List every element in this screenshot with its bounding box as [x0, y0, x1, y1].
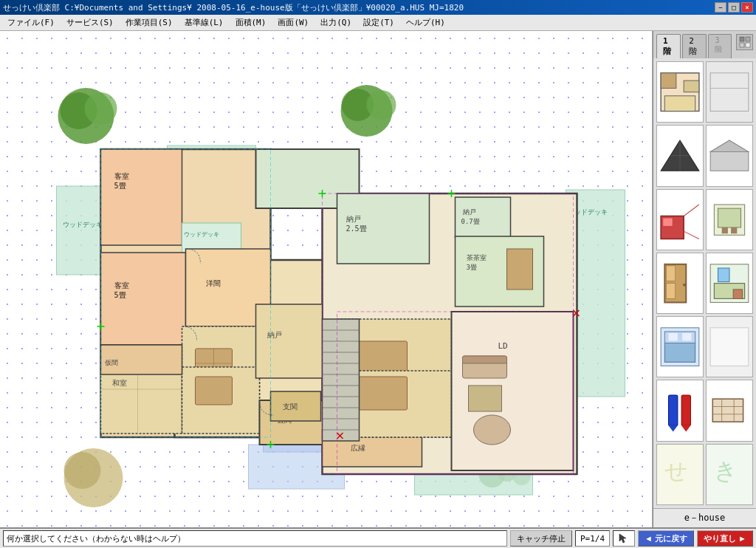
- minimize-button[interactable]: −: [715, 2, 726, 13]
- svg-text:洋間: 洋間: [206, 279, 221, 287]
- svg-rect-119: [710, 152, 749, 171]
- undo-button[interactable]: ◄ 元に戻す: [638, 530, 694, 547]
- svg-rect-145: [681, 395, 690, 425]
- svg-rect-78: [469, 386, 502, 411]
- menu-help[interactable]: ヘルプ(H): [400, 16, 451, 30]
- maximize-button[interactable]: □: [728, 2, 740, 13]
- svg-rect-128: [731, 227, 737, 233]
- svg-rect-67: [507, 249, 533, 290]
- svg-rect-130: [666, 266, 675, 281]
- thumb-misc-2[interactable]: き: [706, 444, 753, 505]
- menu-baseline[interactable]: 基準線(L): [179, 16, 230, 30]
- svg-rect-47: [196, 377, 233, 405]
- svg-text:納戸: 納戸: [346, 215, 361, 223]
- canvas-area[interactable]: ウッドデッキ ウッドデッキ ウッドデッキ ウッドデッキ: [0, 31, 653, 527]
- svg-text:客室: 客室: [114, 281, 129, 290]
- thumb-interior-2[interactable]: [706, 189, 753, 250]
- menu-service[interactable]: サービス(S): [61, 16, 120, 30]
- svg-rect-142: [710, 328, 749, 366]
- right-panel: 1階 2階 3階: [653, 31, 756, 527]
- menu-file[interactable]: ファイル(F): [1, 16, 61, 30]
- thumb-room-view[interactable]: [706, 253, 753, 314]
- svg-text:ウッドデッキ: ウッドデッキ: [184, 231, 219, 238]
- thumb-interior-1[interactable]: [656, 189, 704, 250]
- svg-rect-77: [463, 356, 507, 363]
- thumb-misc-1[interactable]: せ: [656, 444, 704, 505]
- svg-marker-146: [681, 426, 690, 432]
- thumb-roof-light[interactable]: [706, 125, 753, 186]
- ehouse-label: e－house: [653, 508, 756, 527]
- svg-point-79: [474, 415, 511, 445]
- menu-settings[interactable]: 設定(T): [357, 16, 400, 30]
- svg-rect-113: [664, 96, 695, 112]
- svg-rect-73: [360, 377, 408, 410]
- svg-text:0.7畳: 0.7畳: [461, 218, 480, 225]
- titlebar-text: せっけい倶楽部 C:¥Documents and Settings¥ 2008-…: [3, 2, 464, 13]
- svg-rect-138: [664, 343, 695, 363]
- svg-text:客室: 客室: [114, 172, 129, 180]
- svg-text:ウッドデッキ: ウッドデッキ: [63, 221, 103, 228]
- tab-floor-3[interactable]: 3階: [708, 34, 732, 58]
- thumb-tools[interactable]: [656, 380, 704, 441]
- svg-rect-127: [722, 227, 728, 233]
- main-area: ウッドデッキ ウッドデッキ ウッドデッキ ウッドデッキ: [0, 31, 756, 527]
- cursor-svg: [618, 532, 630, 544]
- svg-point-7: [64, 452, 101, 489]
- thumb-bedroom[interactable]: [656, 316, 704, 377]
- svg-point-2: [85, 92, 117, 125]
- thumb-tools-2[interactable]: [706, 380, 753, 441]
- status-message-text: 何か選択してください（わからない時はヘルプ）: [7, 533, 185, 544]
- svg-text:広縁: 広縁: [351, 444, 365, 452]
- menu-output[interactable]: 出力(Q): [315, 16, 357, 30]
- close-button[interactable]: ×: [741, 2, 753, 13]
- thumb-door[interactable]: [656, 253, 704, 314]
- svg-rect-114: [710, 73, 749, 112]
- cancel-capture-button[interactable]: キャッチ停止: [510, 530, 572, 547]
- svg-line-124: [684, 231, 699, 239]
- menu-area[interactable]: 面積(M): [230, 16, 272, 30]
- status-message: 何か選択してください（わからない時はヘルプ）: [3, 530, 507, 547]
- svg-point-5: [367, 90, 396, 120]
- scale-display: P=1/4: [575, 530, 610, 547]
- svg-rect-140: [669, 333, 678, 340]
- svg-line-123: [684, 205, 699, 216]
- svg-rect-143: [669, 395, 678, 425]
- svg-marker-144: [669, 426, 678, 432]
- svg-text:納戸: 納戸: [267, 331, 282, 339]
- thumb-floorplan-1[interactable]: [656, 61, 704, 123]
- svg-rect-141: [682, 333, 691, 340]
- menu-work[interactable]: 作業項目(S): [120, 16, 179, 30]
- tab-3d-view[interactable]: [736, 34, 753, 50]
- tab-floor-2[interactable]: 2階: [682, 34, 707, 58]
- thumb-floorplan-2[interactable]: [706, 61, 753, 123]
- tab-floor-1[interactable]: 1階: [656, 34, 681, 58]
- svg-rect-50: [256, 304, 323, 378]
- floor-tabs: 1階 2階 3階: [653, 31, 756, 58]
- menubar: ファイル(F) サービス(S) 作業項目(S) 基準線(L) 面積(M) 画面(…: [0, 15, 756, 31]
- thumb-empty[interactable]: [706, 316, 753, 377]
- svg-rect-136: [733, 290, 742, 298]
- thumb-roof-dark[interactable]: [656, 125, 704, 186]
- svg-rect-106: [740, 37, 744, 41]
- svg-text:LD: LD: [498, 341, 508, 351]
- floorplan-svg: ウッドデッキ ウッドデッキ ウッドデッキ ウッドデッキ: [0, 31, 652, 527]
- svg-text:納戸: 納戸: [463, 208, 476, 216]
- svg-rect-131: [666, 283, 675, 298]
- svg-rect-122: [663, 218, 672, 225]
- svg-rect-135: [718, 268, 730, 282]
- svg-text:仮間: 仮間: [105, 359, 118, 366]
- menu-screen[interactable]: 画面(W): [272, 16, 315, 30]
- svg-rect-126: [718, 208, 741, 227]
- svg-text:せ: せ: [664, 458, 688, 484]
- titlebar: せっけい倶楽部 C:¥Documents and Settings¥ 2008-…: [0, 0, 756, 15]
- svg-rect-112: [684, 81, 699, 92]
- svg-marker-154: [619, 534, 626, 543]
- redo-button[interactable]: やり直し ►: [697, 530, 753, 547]
- svg-rect-108: [740, 43, 744, 47]
- svg-text:5畳: 5畳: [114, 182, 126, 190]
- svg-rect-28: [182, 223, 241, 253]
- svg-text:き: き: [714, 458, 738, 484]
- svg-text:茶茶室: 茶茶室: [467, 254, 487, 261]
- svg-rect-80: [323, 319, 360, 441]
- svg-rect-147: [712, 400, 743, 422]
